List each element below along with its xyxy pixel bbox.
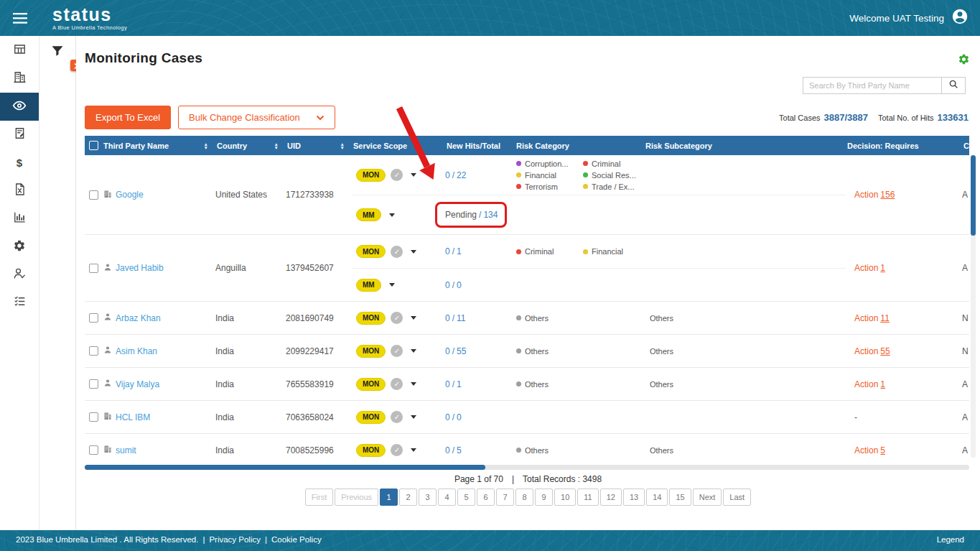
action-link[interactable]: Action11 (854, 313, 890, 323)
vertical-scrollbar[interactable] (971, 155, 976, 458)
row-checkbox[interactable] (89, 190, 98, 200)
sidebar-item-user-approval[interactable] (0, 261, 39, 289)
service-scope-pill: MM (356, 279, 381, 292)
privacy-policy-link[interactable]: Privacy Policy (209, 535, 261, 544)
scope-dropdown-caret[interactable] (411, 382, 416, 386)
hits-cell[interactable]: 0/0 (445, 412, 515, 422)
scope-dropdown-caret[interactable] (389, 283, 395, 287)
pagination-last[interactable]: Last (723, 489, 751, 506)
user-circle-icon[interactable] (951, 8, 969, 28)
row-checkbox[interactable] (89, 379, 98, 389)
pagination-page[interactable]: 12 (600, 489, 622, 506)
third-party-name-link[interactable]: HCL IBM (116, 412, 150, 422)
sidebar-item-assessment[interactable] (0, 121, 39, 149)
horizontal-scrollbar-thumb[interactable] (85, 465, 485, 470)
export-to-excel-button[interactable]: Export To Excel (85, 106, 171, 129)
sidebar-item-export[interactable] (0, 177, 39, 205)
pagination-page[interactable]: 1 (380, 489, 398, 506)
pagination-page[interactable]: 4 (438, 489, 456, 506)
pagination-page[interactable]: 14 (646, 489, 668, 506)
bulk-change-classification-button[interactable]: Bulk Change Classification (178, 106, 335, 129)
app-logo: status A Blue Umbrella Technology (52, 6, 127, 31)
pagination-page[interactable]: 10 (554, 489, 576, 506)
pagination-previous[interactable]: Previous (335, 489, 378, 506)
scope-dropdown-caret[interactable] (411, 173, 416, 177)
row-checkbox[interactable] (89, 313, 98, 323)
sort-icon[interactable]: ▲▼ (204, 142, 208, 149)
pagination-page[interactable]: 6 (477, 489, 495, 506)
third-party-name-link[interactable]: Javed Habib (116, 263, 164, 273)
horizontal-scrollbar[interactable] (85, 465, 969, 470)
hits-cell[interactable]: 0/11 (445, 313, 515, 323)
sidebar-item-checklist[interactable] (0, 289, 39, 317)
sidebar-item-analytics[interactable] (0, 205, 39, 233)
hits-cell[interactable]: 0/0 (445, 280, 515, 290)
third-party-name-link[interactable]: Vijay Malya (116, 379, 159, 389)
pagination-page[interactable]: 9 (535, 489, 553, 506)
cookie-policy-link[interactable]: Cookie Policy (271, 535, 322, 544)
sidebar-item-settings[interactable] (0, 233, 39, 261)
page-settings-gear-icon[interactable] (958, 53, 970, 68)
logo-tagline: A Blue Umbrella Technology (52, 25, 127, 31)
action-link[interactable]: - (854, 412, 859, 422)
hits-cell[interactable]: 0/22 (445, 170, 515, 180)
hits-cell[interactable]: 0/1 (445, 379, 515, 389)
sort-icon[interactable]: ▲▼ (274, 142, 279, 149)
hits-cell[interactable]: 0/5 (445, 445, 515, 455)
pagination-first[interactable]: First (305, 489, 333, 506)
third-party-name-link[interactable]: Google (116, 190, 144, 200)
pagination-page[interactable]: 7 (496, 489, 514, 506)
service-scope-pill: MON (356, 411, 386, 424)
filter-funnel-icon[interactable] (50, 44, 75, 61)
search-input[interactable] (803, 77, 942, 94)
scope-dropdown-caret[interactable] (411, 448, 416, 452)
row-checkbox[interactable] (89, 445, 98, 455)
header-country[interactable]: Country (217, 142, 247, 150)
header-third-party-name[interactable]: Third Party Name (103, 142, 169, 150)
third-party-name-link[interactable]: sumit (116, 445, 136, 455)
row-checkbox[interactable] (89, 346, 98, 356)
scope-dropdown-caret[interactable] (411, 349, 416, 353)
action-link[interactable]: Action1 (854, 379, 885, 389)
select-all-checkbox[interactable] (89, 141, 98, 150)
totals-summary: Total Cases 3887/3887 Total No. of Hits … (779, 112, 969, 123)
sidebar-item-monitoring[interactable] (0, 93, 39, 121)
action-link[interactable]: Action1 (854, 263, 885, 273)
sidebar-item-building[interactable] (0, 65, 39, 93)
scope-dropdown-caret[interactable] (411, 415, 416, 419)
pagination-page[interactable]: 5 (457, 489, 475, 506)
sidebar: $ (0, 36, 39, 530)
pagination-next[interactable]: Next (693, 489, 722, 506)
action-link[interactable]: Action156 (854, 190, 895, 200)
chart-icon (13, 210, 27, 227)
vertical-scrollbar-thumb[interactable] (971, 155, 976, 236)
risk-subcategory-cell: Others (644, 347, 846, 356)
row-checkbox[interactable] (89, 264, 98, 273)
pagination-page[interactable]: 13 (623, 489, 645, 506)
header-uid[interactable]: UID (287, 142, 301, 150)
clipped-cell: A (962, 235, 969, 301)
hits-cell[interactable]: 0/55 (445, 346, 515, 356)
third-party-name-link[interactable]: Asim Khan (116, 346, 157, 356)
pagination-page[interactable]: 11 (577, 489, 598, 506)
hits-cell[interactable]: 0/1 (445, 246, 515, 256)
third-party-name-link[interactable]: Arbaz Khan (116, 313, 161, 323)
pagination-page[interactable]: 8 (515, 489, 533, 506)
scope-dropdown-caret[interactable] (411, 316, 416, 320)
sort-icon[interactable]: ▲▼ (340, 142, 345, 149)
action-link[interactable]: Action55 (854, 346, 890, 356)
legend-link[interactable]: Legend (937, 535, 964, 544)
sidebar-item-billing[interactable]: $ (0, 149, 39, 177)
pagination-page[interactable]: 15 (669, 489, 691, 506)
scope-dropdown-caret[interactable] (389, 213, 395, 217)
pagination-page[interactable]: 2 (399, 489, 417, 506)
pagination-page[interactable]: 3 (419, 489, 437, 506)
action-link[interactable]: Action5 (854, 445, 885, 455)
row-checkbox[interactable] (89, 412, 98, 422)
scope-dropdown-caret[interactable] (411, 250, 416, 254)
search-button[interactable] (942, 77, 966, 94)
hits-cell[interactable]: Pending/134 (445, 210, 515, 220)
hamburger-icon[interactable] (0, 13, 39, 24)
sidebar-item-table[interactable] (0, 37, 39, 65)
header-risk-category: Risk Category (516, 142, 569, 150)
